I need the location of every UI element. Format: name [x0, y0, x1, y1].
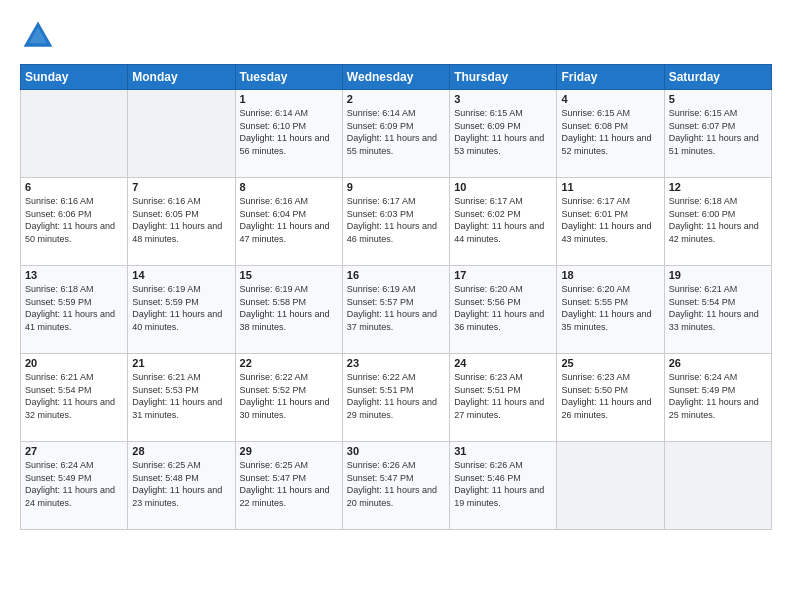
day-cell: 10Sunrise: 6:17 AM Sunset: 6:02 PM Dayli…: [450, 178, 557, 266]
day-number: 31: [454, 445, 552, 457]
day-info: Sunrise: 6:15 AM Sunset: 6:07 PM Dayligh…: [669, 107, 767, 157]
day-cell: 24Sunrise: 6:23 AM Sunset: 5:51 PM Dayli…: [450, 354, 557, 442]
day-number: 5: [669, 93, 767, 105]
day-number: 16: [347, 269, 445, 281]
day-number: 24: [454, 357, 552, 369]
header: [20, 18, 772, 54]
day-number: 13: [25, 269, 123, 281]
day-cell: 15Sunrise: 6:19 AM Sunset: 5:58 PM Dayli…: [235, 266, 342, 354]
day-cell: 1Sunrise: 6:14 AM Sunset: 6:10 PM Daylig…: [235, 90, 342, 178]
week-row-4: 20Sunrise: 6:21 AM Sunset: 5:54 PM Dayli…: [21, 354, 772, 442]
day-info: Sunrise: 6:14 AM Sunset: 6:09 PM Dayligh…: [347, 107, 445, 157]
day-info: Sunrise: 6:23 AM Sunset: 5:50 PM Dayligh…: [561, 371, 659, 421]
day-cell: 8Sunrise: 6:16 AM Sunset: 6:04 PM Daylig…: [235, 178, 342, 266]
day-number: 30: [347, 445, 445, 457]
day-info: Sunrise: 6:18 AM Sunset: 6:00 PM Dayligh…: [669, 195, 767, 245]
day-info: Sunrise: 6:24 AM Sunset: 5:49 PM Dayligh…: [25, 459, 123, 509]
day-header-saturday: Saturday: [664, 65, 771, 90]
day-info: Sunrise: 6:24 AM Sunset: 5:49 PM Dayligh…: [669, 371, 767, 421]
day-number: 3: [454, 93, 552, 105]
day-info: Sunrise: 6:20 AM Sunset: 5:56 PM Dayligh…: [454, 283, 552, 333]
day-cell: 3Sunrise: 6:15 AM Sunset: 6:09 PM Daylig…: [450, 90, 557, 178]
day-number: 9: [347, 181, 445, 193]
day-cell: 7Sunrise: 6:16 AM Sunset: 6:05 PM Daylig…: [128, 178, 235, 266]
day-info: Sunrise: 6:19 AM Sunset: 5:58 PM Dayligh…: [240, 283, 338, 333]
day-number: 8: [240, 181, 338, 193]
day-cell: 30Sunrise: 6:26 AM Sunset: 5:47 PM Dayli…: [342, 442, 449, 530]
day-info: Sunrise: 6:17 AM Sunset: 6:01 PM Dayligh…: [561, 195, 659, 245]
day-cell: 23Sunrise: 6:22 AM Sunset: 5:51 PM Dayli…: [342, 354, 449, 442]
day-number: 17: [454, 269, 552, 281]
day-number: 18: [561, 269, 659, 281]
day-cell: 5Sunrise: 6:15 AM Sunset: 6:07 PM Daylig…: [664, 90, 771, 178]
day-info: Sunrise: 6:19 AM Sunset: 5:59 PM Dayligh…: [132, 283, 230, 333]
day-cell: 21Sunrise: 6:21 AM Sunset: 5:53 PM Dayli…: [128, 354, 235, 442]
day-info: Sunrise: 6:26 AM Sunset: 5:46 PM Dayligh…: [454, 459, 552, 509]
day-number: 21: [132, 357, 230, 369]
day-info: Sunrise: 6:23 AM Sunset: 5:51 PM Dayligh…: [454, 371, 552, 421]
day-cell: [21, 90, 128, 178]
day-number: 27: [25, 445, 123, 457]
day-cell: 29Sunrise: 6:25 AM Sunset: 5:47 PM Dayli…: [235, 442, 342, 530]
day-info: Sunrise: 6:20 AM Sunset: 5:55 PM Dayligh…: [561, 283, 659, 333]
day-number: 10: [454, 181, 552, 193]
day-number: 25: [561, 357, 659, 369]
day-cell: 6Sunrise: 6:16 AM Sunset: 6:06 PM Daylig…: [21, 178, 128, 266]
day-number: 7: [132, 181, 230, 193]
day-number: 4: [561, 93, 659, 105]
day-info: Sunrise: 6:17 AM Sunset: 6:02 PM Dayligh…: [454, 195, 552, 245]
day-number: 28: [132, 445, 230, 457]
day-header-monday: Monday: [128, 65, 235, 90]
day-info: Sunrise: 6:15 AM Sunset: 6:09 PM Dayligh…: [454, 107, 552, 157]
day-cell: 2Sunrise: 6:14 AM Sunset: 6:09 PM Daylig…: [342, 90, 449, 178]
day-cell: 31Sunrise: 6:26 AM Sunset: 5:46 PM Dayli…: [450, 442, 557, 530]
day-number: 29: [240, 445, 338, 457]
day-cell: 18Sunrise: 6:20 AM Sunset: 5:55 PM Dayli…: [557, 266, 664, 354]
day-number: 22: [240, 357, 338, 369]
logo-icon: [20, 18, 56, 54]
day-info: Sunrise: 6:22 AM Sunset: 5:52 PM Dayligh…: [240, 371, 338, 421]
day-cell: [557, 442, 664, 530]
day-cell: [664, 442, 771, 530]
week-row-5: 27Sunrise: 6:24 AM Sunset: 5:49 PM Dayli…: [21, 442, 772, 530]
day-info: Sunrise: 6:26 AM Sunset: 5:47 PM Dayligh…: [347, 459, 445, 509]
days-header-row: SundayMondayTuesdayWednesdayThursdayFrid…: [21, 65, 772, 90]
day-cell: [128, 90, 235, 178]
week-row-2: 6Sunrise: 6:16 AM Sunset: 6:06 PM Daylig…: [21, 178, 772, 266]
day-info: Sunrise: 6:16 AM Sunset: 6:05 PM Dayligh…: [132, 195, 230, 245]
day-number: 26: [669, 357, 767, 369]
day-header-thursday: Thursday: [450, 65, 557, 90]
day-header-tuesday: Tuesday: [235, 65, 342, 90]
week-row-1: 1Sunrise: 6:14 AM Sunset: 6:10 PM Daylig…: [21, 90, 772, 178]
day-number: 12: [669, 181, 767, 193]
day-cell: 17Sunrise: 6:20 AM Sunset: 5:56 PM Dayli…: [450, 266, 557, 354]
day-cell: 20Sunrise: 6:21 AM Sunset: 5:54 PM Dayli…: [21, 354, 128, 442]
page: SundayMondayTuesdayWednesdayThursdayFrid…: [0, 0, 792, 612]
day-cell: 27Sunrise: 6:24 AM Sunset: 5:49 PM Dayli…: [21, 442, 128, 530]
calendar-table: SundayMondayTuesdayWednesdayThursdayFrid…: [20, 64, 772, 530]
day-cell: 4Sunrise: 6:15 AM Sunset: 6:08 PM Daylig…: [557, 90, 664, 178]
day-info: Sunrise: 6:16 AM Sunset: 6:06 PM Dayligh…: [25, 195, 123, 245]
day-cell: 22Sunrise: 6:22 AM Sunset: 5:52 PM Dayli…: [235, 354, 342, 442]
day-cell: 13Sunrise: 6:18 AM Sunset: 5:59 PM Dayli…: [21, 266, 128, 354]
day-info: Sunrise: 6:19 AM Sunset: 5:57 PM Dayligh…: [347, 283, 445, 333]
day-info: Sunrise: 6:15 AM Sunset: 6:08 PM Dayligh…: [561, 107, 659, 157]
day-info: Sunrise: 6:17 AM Sunset: 6:03 PM Dayligh…: [347, 195, 445, 245]
day-cell: 19Sunrise: 6:21 AM Sunset: 5:54 PM Dayli…: [664, 266, 771, 354]
day-number: 23: [347, 357, 445, 369]
day-header-wednesday: Wednesday: [342, 65, 449, 90]
day-number: 15: [240, 269, 338, 281]
week-row-3: 13Sunrise: 6:18 AM Sunset: 5:59 PM Dayli…: [21, 266, 772, 354]
day-cell: 12Sunrise: 6:18 AM Sunset: 6:00 PM Dayli…: [664, 178, 771, 266]
day-info: Sunrise: 6:21 AM Sunset: 5:54 PM Dayligh…: [25, 371, 123, 421]
day-cell: 25Sunrise: 6:23 AM Sunset: 5:50 PM Dayli…: [557, 354, 664, 442]
day-cell: 16Sunrise: 6:19 AM Sunset: 5:57 PM Dayli…: [342, 266, 449, 354]
day-number: 20: [25, 357, 123, 369]
day-number: 1: [240, 93, 338, 105]
day-info: Sunrise: 6:22 AM Sunset: 5:51 PM Dayligh…: [347, 371, 445, 421]
day-info: Sunrise: 6:14 AM Sunset: 6:10 PM Dayligh…: [240, 107, 338, 157]
day-number: 6: [25, 181, 123, 193]
day-cell: 9Sunrise: 6:17 AM Sunset: 6:03 PM Daylig…: [342, 178, 449, 266]
day-number: 19: [669, 269, 767, 281]
logo: [20, 18, 60, 54]
